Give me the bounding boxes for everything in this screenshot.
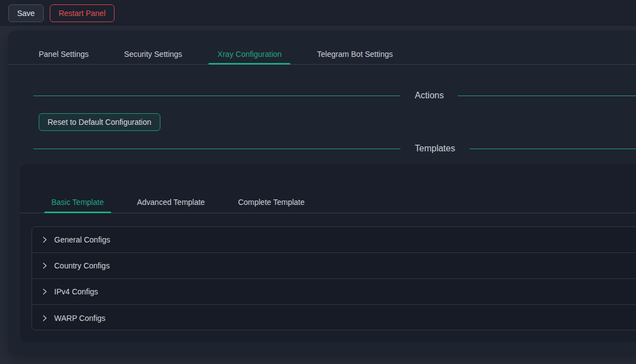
templates-divider: Templates	[33, 143, 636, 154]
accordion-general-configs[interactable]: General Configs	[32, 227, 636, 253]
chevron-right-icon	[41, 262, 48, 269]
accordion-label: General Configs	[54, 235, 110, 244]
accordion-country-configs[interactable]: Country Configs	[32, 253, 636, 279]
template-config-accordion: General Configs Country Configs IPv4 Con…	[32, 226, 636, 330]
tab-basic-template[interactable]: Basic Template	[44, 192, 111, 213]
reset-default-configuration-button[interactable]: Reset to Default Configuration	[39, 113, 160, 131]
templates-divider-label: Templates	[415, 144, 455, 154]
divider-line	[33, 149, 400, 149]
save-button[interactable]: Save	[8, 4, 44, 22]
tab-panel-settings[interactable]: Panel Settings	[30, 44, 97, 64]
chevron-right-icon	[41, 315, 48, 321]
divider-line	[470, 149, 636, 149]
tab-complete-template[interactable]: Complete Template	[231, 192, 311, 213]
divider-line	[458, 96, 636, 96]
restart-panel-button[interactable]: Restart Panel	[50, 4, 114, 22]
actions-divider-label: Actions	[415, 91, 444, 101]
templates-card: Basic Template Advanced Template Complet…	[20, 164, 636, 342]
accordion-label: Country Configs	[54, 261, 110, 270]
topbar: Save Restart Panel	[0, 0, 636, 26]
tab-xray-configuration[interactable]: Xray Configuration	[208, 44, 290, 64]
accordion-ipv4-configs[interactable]: IPv4 Configs	[32, 279, 636, 305]
tab-security-settings[interactable]: Security Settings	[115, 44, 191, 64]
tab-telegram-bot-settings[interactable]: Telegram Bot Settings	[308, 44, 402, 64]
settings-card: Panel Settings Security Settings Xray Co…	[8, 30, 636, 354]
template-tabs: Basic Template Advanced Template Complet…	[20, 192, 636, 213]
tab-advanced-template[interactable]: Advanced Template	[130, 192, 212, 213]
accordion-warp-configs[interactable]: WARP Configs	[32, 305, 636, 331]
screen: Save Restart Panel Panel Settings Securi…	[0, 0, 636, 364]
divider-line	[33, 96, 400, 96]
accordion-label: WARP Configs	[54, 314, 106, 323]
accordion-label: IPv4 Configs	[54, 287, 98, 296]
actions-divider: Actions	[33, 90, 636, 101]
chevron-right-icon	[41, 236, 48, 243]
chevron-right-icon	[41, 288, 48, 295]
settings-tabs: Panel Settings Security Settings Xray Co…	[8, 44, 636, 65]
